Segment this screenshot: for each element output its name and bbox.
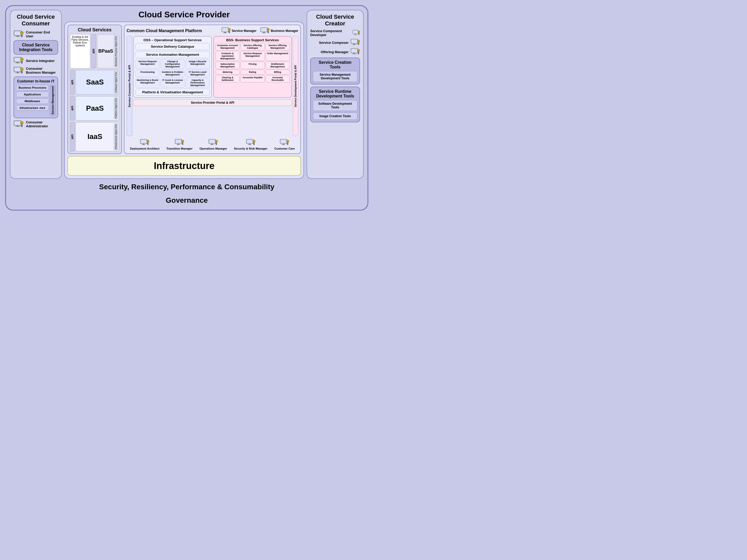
oss-cell-7: IT Asset & License Management (160, 78, 185, 88)
service-component-developer-item: Service Component Developer (310, 29, 360, 37)
oss-cell-3: Provisioning (135, 70, 160, 77)
svg-point-52 (215, 140, 217, 142)
mgmt-platform-title: Common Cloud Management Platform (127, 28, 202, 33)
service-creation-tools-title: Service Creation Tools (313, 60, 357, 70)
svg-rect-31 (261, 28, 267, 32)
mgmt-icons: Service Manager (222, 27, 298, 34)
oss-bss-inner: OSS – Operational Support Services Servi… (133, 36, 292, 136)
left-panel: Cloud Service Consumer Consumer End User… (10, 10, 62, 179)
service-runtime-tools-box: Service Runtime Development Tools Softwa… (310, 87, 360, 123)
offering-manager-label: Offering Manager (320, 50, 349, 54)
transition-manager-actor: Transition Manager (166, 139, 192, 150)
svg-rect-45 (177, 144, 180, 145)
oss-cell-0: Service Request Management (135, 59, 160, 69)
svg-rect-67 (353, 30, 358, 33)
creator-actors: Service Component Developer Service Comp… (310, 29, 360, 55)
svg-rect-53 (216, 142, 217, 145)
software-dev-tools-item: Software Development Tools (313, 100, 357, 111)
consumer-business-manager-item: Consumer Business Manager (14, 66, 58, 74)
bss-cell-13: Accounts Payable (240, 75, 265, 82)
service-runtime-tools-title: Service Runtime Development Tools (313, 89, 357, 99)
svg-point-16 (20, 68, 23, 71)
svg-rect-3 (14, 31, 21, 35)
oss-cell-8: Capacity & Performance Management (185, 78, 210, 88)
bss-box: BSS- Business Support Services Customer … (213, 36, 292, 98)
provider-top: Cloud Services Existing & 3rd Party Serv… (68, 25, 301, 154)
bpaas-label: BPaaS (98, 49, 113, 54)
svg-rect-23 (21, 125, 23, 127)
oss-cell-6: Monitoring & Event Management (135, 78, 160, 88)
svg-rect-80 (353, 53, 355, 54)
svg-point-4 (20, 31, 23, 34)
top-row: Cloud Service Consumer Consumer End User… (10, 10, 364, 179)
pvm-box: Platform & Virtualisation Management (135, 89, 210, 96)
bss-cell-2: Service Offering Management (265, 43, 290, 50)
iaas-tier: IaaS Infrastructure Mgmt I/Os (76, 122, 119, 152)
svg-rect-35 (267, 31, 269, 33)
consumer-administrator-item: Consumer Administrator (14, 120, 58, 128)
oss-cell-2: Image Lifecycle Management (185, 59, 210, 69)
bss-cell-5: Order Management (265, 51, 290, 61)
paas-tier: PaaS Platform Mgmt I/Os (76, 96, 119, 121)
api-label-1: API (91, 34, 96, 69)
oss-bss-wrapper: Service Consumer Portal & API OSS – Oper… (127, 36, 298, 136)
svg-rect-39 (142, 144, 145, 145)
integration-tools-label: Cloud Service Integration Tools (19, 43, 53, 52)
consumer-administrator-label: Consumer Administrator (26, 120, 58, 128)
existing-services-box: Existing & 3rd Party Services, Partner E… (70, 34, 90, 69)
right-panel-title: Cloud Service Creator (310, 14, 360, 27)
oss-cell-5: IT Service Level Management (185, 70, 210, 77)
api-label-4: API (70, 122, 75, 152)
iaas-row: API IaaS Infrastructure Mgmt I/Os (70, 122, 119, 152)
center-title: Cloud Service Provider (64, 10, 304, 20)
svg-rect-81 (353, 54, 356, 54)
service-integrator-label: Service Integrator (26, 59, 55, 63)
dev-portal-label: Service Development Portal & API (293, 36, 298, 136)
consumer-business-manager-icon (14, 66, 24, 74)
operations-manager-actor: Operations Manager (200, 139, 227, 150)
svg-rect-73 (351, 39, 357, 43)
bss-cell-9: Metering (215, 70, 240, 74)
svg-rect-25 (222, 28, 228, 32)
svg-point-70 (358, 31, 360, 33)
svg-rect-77 (358, 43, 359, 45)
bss-cell-10: Rating (240, 70, 265, 74)
bpaas-row: Existing & 3rd Party Services, Partner E… (70, 34, 119, 69)
sdc-box: Service Delivery Catalogue (135, 43, 210, 50)
svg-rect-37 (140, 139, 147, 143)
bss-cell-7: Pricing (240, 62, 265, 69)
left-panel-title: Cloud Service Consumer (14, 14, 58, 27)
svg-rect-13 (17, 72, 19, 73)
svg-point-82 (357, 49, 360, 52)
service-mgmt-dev-tools-item: Service Management Development Tools (313, 71, 357, 82)
bottom-text-2: Governance (10, 195, 364, 206)
svg-rect-74 (353, 44, 355, 44)
transition-manager-label: Transition Manager (166, 147, 192, 150)
service-composer-item: Service Composer (310, 39, 360, 46)
oss-bss-top: OSS – Operational Support Services Servi… (133, 36, 292, 98)
saas-label: SaaS (77, 78, 113, 86)
svg-rect-56 (249, 144, 251, 144)
svg-point-46 (181, 140, 184, 142)
bss-cell-14: Accounts Receivable (265, 75, 290, 82)
paas-io-label: Platform Mgmt I/Os (114, 98, 118, 119)
bss-cell-1: Service Offering Catalogue (240, 43, 265, 50)
api-label-3: API (70, 96, 75, 121)
oss-cell-4: Incident & Problem Management (160, 70, 185, 77)
svg-point-58 (253, 140, 255, 142)
bss-cell-11: Billing (265, 70, 290, 74)
iaas-io-label: Infrastructure Mgmt I/Os (114, 124, 118, 150)
bottom-actors: Deployment Architect (127, 138, 298, 152)
paas-row: API PaaS Platform Mgmt I/Os (70, 96, 119, 121)
offering-manager-item: Offering Manager (310, 48, 360, 55)
customer-inhouse-title: Customer In-house IT (16, 79, 55, 83)
middleware-item: Middleware (16, 98, 49, 104)
svg-rect-43 (175, 139, 182, 143)
svg-rect-61 (280, 139, 287, 143)
svg-rect-79 (351, 49, 357, 53)
svg-rect-57 (248, 144, 251, 145)
bss-cell-4: Service Request Management (240, 51, 265, 61)
mgmt-platform-header: Common Cloud Management Platform (127, 27, 298, 34)
svg-point-10 (20, 58, 23, 61)
bpaas-io-label: Business Process Mgmt I/Os (114, 35, 118, 67)
